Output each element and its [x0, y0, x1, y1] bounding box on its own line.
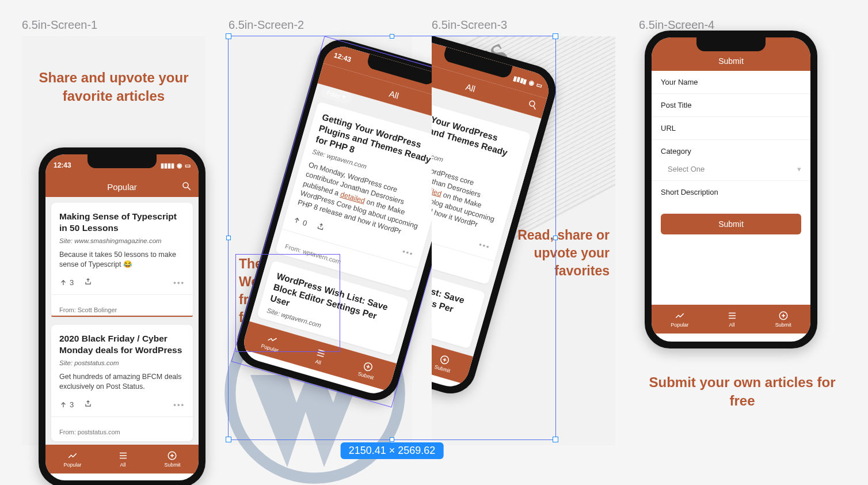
- field-category-label: Category: [652, 140, 810, 158]
- upvote-count: 3: [70, 400, 74, 409]
- nav-bar: Submit: [652, 51, 810, 71]
- tab-popular[interactable]: Popular: [260, 332, 282, 353]
- artboard-1[interactable]: Share and upvote your favorite articles …: [22, 36, 205, 445]
- article-title: Making Sense of Typescript in 50 Lessons: [59, 211, 185, 234]
- article-title: 2020 Black Friday / Cyber Monday deals f…: [59, 333, 185, 356]
- artboard-3[interactable]: Read, share or upvote your favorites 12:…: [432, 36, 615, 445]
- svg-line-1: [188, 187, 191, 190]
- nav-title: Submit: [718, 56, 744, 66]
- more-button[interactable]: •••: [173, 400, 185, 409]
- article-card[interactable]: Getting Your WordPress Plugins and Theme…: [275, 101, 455, 291]
- wifi-icon: ◉: [177, 162, 182, 169]
- tab-label: Submit: [775, 322, 791, 328]
- upvote-count: 0: [302, 218, 308, 228]
- trending-icon: [266, 333, 279, 346]
- upvote-count: 3: [70, 278, 74, 287]
- artboard-4[interactable]: Submit Your Name Post Title URL Category…: [639, 36, 823, 342]
- artboard-label-3[interactable]: 6.5in-Screen-3: [432, 18, 507, 32]
- battery-icon: ▭: [185, 162, 191, 169]
- tab-popular[interactable]: Popular: [671, 310, 688, 328]
- search-icon[interactable]: [526, 98, 539, 111]
- tab-label: All: [120, 462, 125, 468]
- upvote-button[interactable]: 3: [59, 278, 74, 287]
- article-site: Site: www.smashingmagazine.com: [59, 237, 185, 244]
- artboard-label-2[interactable]: 6.5in-Screen-2: [229, 18, 304, 32]
- share-icon: [316, 222, 326, 232]
- trending-icon: [675, 310, 685, 321]
- chevron-down-icon: ▾: [342, 93, 347, 101]
- article-card[interactable]: Making Sense of Typescript in 50 Lessons…: [51, 203, 193, 317]
- tab-label: All: [729, 322, 734, 328]
- tab-all[interactable]: All: [313, 347, 328, 366]
- tab-submit[interactable]: Submit: [775, 310, 791, 328]
- tab-label: Popular: [671, 322, 688, 328]
- article-from: From: Scott Bolinger: [59, 306, 185, 313]
- svg-line-8: [533, 106, 536, 109]
- search-icon[interactable]: [181, 181, 192, 191]
- phone-mockup-1: 12:43 ▮▮▮▮ ◉ ▭ Popular Making Sense of T…: [39, 147, 205, 485]
- tab-bar: Popular All Submit: [652, 305, 810, 334]
- artboard-label-1[interactable]: 6.5in-Screen-1: [22, 18, 97, 32]
- share-icon: [84, 400, 92, 408]
- share-button[interactable]: [84, 400, 92, 410]
- nav-bar: Popular: [45, 176, 199, 197]
- nav-title: All: [388, 88, 400, 100]
- phone-mockup-4: Submit Your Name Post Title URL Category…: [645, 31, 817, 348]
- field-category-select[interactable]: Select One ▾: [652, 158, 810, 181]
- tab-submit[interactable]: Submit: [434, 353, 454, 374]
- tab-bar: Popular All Submit: [45, 445, 199, 473]
- headline-3: Read, share or upvote your favorites: [512, 226, 610, 280]
- tab-submit[interactable]: Submit: [164, 450, 180, 468]
- status-time: 12:43: [333, 51, 352, 64]
- plus-circle-icon: [362, 361, 375, 373]
- field-your-name[interactable]: Your Name: [652, 71, 810, 94]
- nav-title: Popular: [107, 182, 137, 192]
- artboard-label-4[interactable]: 6.5in-Screen-4: [639, 18, 714, 32]
- tab-all[interactable]: All: [118, 450, 128, 468]
- tab-label: All: [315, 358, 322, 365]
- article-site: Site: poststatus.com: [59, 359, 185, 366]
- chevron-down-icon: ▾: [797, 165, 801, 173]
- arrow-up-icon: [292, 215, 302, 225]
- more-button[interactable]: •••: [401, 247, 414, 259]
- share-button[interactable]: [84, 278, 92, 287]
- signal-icon: ▮▮▮▮: [161, 162, 174, 169]
- tab-label: Popular: [260, 343, 279, 353]
- submit-button[interactable]: Submit: [661, 214, 801, 234]
- plus-circle-icon: [778, 310, 789, 321]
- field-short-description[interactable]: Short Description: [652, 181, 810, 203]
- status-time: 12:43: [54, 161, 71, 169]
- nav-title: All: [465, 81, 477, 93]
- upvote-button[interactable]: 0: [292, 215, 308, 228]
- status-indicators: ▮▮▮▮ ◉ ▭: [161, 162, 191, 169]
- trending-icon: [67, 450, 78, 461]
- tab-submit[interactable]: Submit: [357, 359, 378, 381]
- article-from: From: poststatus.com: [59, 429, 185, 435]
- share-icon: [84, 278, 92, 286]
- field-url[interactable]: URL: [652, 117, 810, 140]
- headline-1: Share and upvote your favorite articles: [22, 69, 205, 106]
- svg-point-7: [529, 100, 535, 107]
- filter-label: Filter: [326, 89, 341, 99]
- headline-4: Submit your own articles for free: [639, 373, 846, 411]
- arrow-up-icon: [59, 401, 67, 409]
- more-button[interactable]: •••: [173, 278, 185, 287]
- artboard-2[interactable]: The latest WordPress news from your favo…: [229, 36, 412, 445]
- article-card[interactable]: 2020 Black Friday / Cyber Monday deals f…: [51, 325, 193, 441]
- list-icon: [727, 310, 737, 321]
- field-post-title[interactable]: Post Title: [652, 94, 810, 117]
- tab-label: Submit: [164, 462, 180, 468]
- phone-notch: [696, 37, 766, 51]
- plus-circle-icon: [167, 450, 177, 461]
- share-button[interactable]: [315, 222, 326, 233]
- more-button[interactable]: •••: [478, 240, 491, 252]
- list-icon: [118, 450, 128, 461]
- article-desc: Get hundreds of amazing BFCM deals exclu…: [59, 372, 185, 392]
- upvote-button[interactable]: 3: [59, 400, 74, 409]
- svg-point-0: [183, 183, 188, 188]
- list-icon: [314, 347, 327, 359]
- arrow-up-icon: [59, 279, 67, 287]
- tab-all[interactable]: All: [727, 310, 737, 328]
- tab-label: Popular: [63, 462, 81, 468]
- tab-popular[interactable]: Popular: [63, 450, 81, 468]
